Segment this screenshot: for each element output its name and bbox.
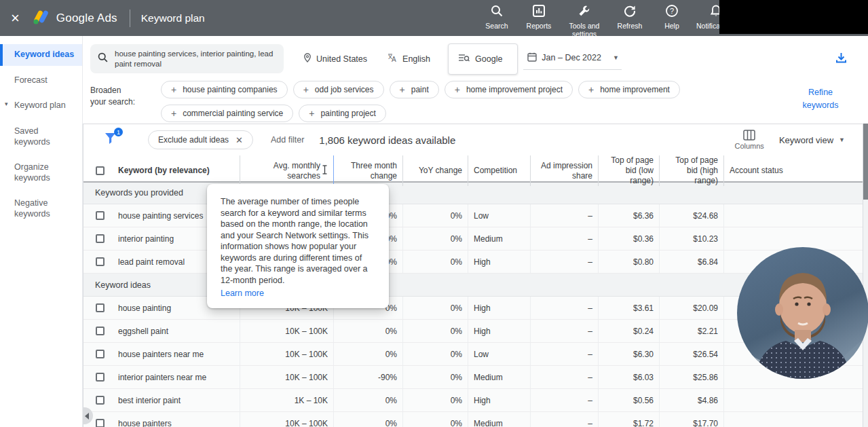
refresh-button[interactable]: Refresh (612, 4, 647, 38)
competition-cell: Medium (468, 227, 530, 250)
columns-button[interactable]: Columns (734, 130, 763, 150)
row-checkbox[interactable] (96, 419, 105, 427)
yoy-change-cell: 0% (402, 204, 468, 227)
table-row[interactable]: interior painters near me 10K – 100K -90… (83, 366, 863, 389)
bid-low-cell: $0.56 (598, 389, 659, 411)
bid-low-cell: $0.80 (598, 250, 659, 273)
row-checkbox[interactable] (96, 234, 105, 243)
broaden-chip[interactable]: + paint (390, 81, 439, 98)
date-range-selector[interactable]: Jan – Dec 2022 ▼ (523, 48, 621, 70)
ad-impression-share-cell: – (530, 343, 598, 365)
topbar-divider (130, 10, 130, 27)
competition-cell: Medium (468, 366, 530, 388)
header-keyword[interactable]: Keyword (by relevance) (83, 155, 240, 186)
network-selector[interactable]: Google (448, 43, 518, 75)
bid-high-cell: $2.21 (659, 320, 723, 342)
broaden-chip[interactable]: + home improvement project (445, 81, 573, 98)
table-row[interactable]: house painters 10K – 100K 0% 0% Medium –… (83, 412, 863, 427)
header-top-of-page-bid-high[interactable]: Top of page bid (high range) (659, 155, 723, 186)
search-network-icon (458, 53, 470, 64)
tooltip-text: The average number of times people searc… (221, 196, 375, 286)
sidebar-item-saved-keywords[interactable]: Saved keywords (0, 121, 82, 153)
keywords-search-input[interactable]: house painting services, interior painti… (90, 44, 284, 73)
table-row[interactable]: lead paint removal 0% 0% High – $0.80 $6… (83, 250, 863, 274)
header-ad-impression-share[interactable]: Ad impression share (530, 155, 598, 186)
reports-button[interactable]: Reports (521, 4, 556, 38)
sidebar-item-organize-keywords[interactable]: Organize keywords (0, 157, 82, 189)
keyword-cell: best interior paint (83, 389, 240, 411)
refine-keywords-link[interactable]: Refine keywords (799, 86, 842, 122)
plus-icon: + (171, 109, 176, 118)
row-checkbox[interactable] (96, 303, 105, 312)
tools-and-settings-button[interactable]: Tools and settings (563, 4, 605, 38)
broaden-chip[interactable]: + odd job services (293, 81, 384, 98)
keyword-view-selector[interactable]: Keyword view ▼ (779, 135, 845, 145)
close-icon[interactable]: ✕ (235, 136, 243, 145)
bid-high-cell: $6.84 (659, 250, 723, 273)
close-icon[interactable]: × (11, 11, 20, 26)
header-avg-monthly-searches[interactable]: Avg. monthly searches (240, 155, 333, 186)
table-row[interactable]: house painting services 0% 0% Low – $6.3… (83, 204, 863, 227)
bid-low-cell: $0.36 (598, 227, 659, 250)
yoy-change-cell: 0% (402, 412, 468, 427)
select-all-checkbox[interactable] (96, 166, 105, 175)
search-button[interactable]: Search (479, 4, 514, 38)
learn-more-link[interactable]: Learn more (221, 289, 264, 298)
table-row[interactable]: interior painting 0% 0% Medium – $0.36 $… (83, 227, 863, 250)
ad-impression-share-cell: – (530, 227, 598, 250)
download-button[interactable] (835, 52, 848, 67)
yoy-change-cell: 0% (402, 250, 468, 273)
header-three-month-change[interactable]: Three month change (333, 155, 402, 186)
keyword-ideas-count: 1,806 keyword ideas available (319, 134, 455, 146)
table-row[interactable]: best interior paint 1K – 10K 0% 0% High … (83, 389, 863, 412)
plus-icon: + (309, 109, 314, 118)
row-checkbox[interactable] (96, 327, 105, 335)
broaden-chip[interactable]: + house painting companies (161, 81, 288, 98)
keyword-cell: eggshell paint (83, 320, 240, 342)
broaden-chip[interactable]: + home improvement (578, 81, 680, 98)
competition-cell: High (468, 389, 530, 411)
avg-monthly-searches-cell: 10K – 100K (240, 412, 333, 427)
three-month-change-cell: 0% (333, 343, 402, 365)
text-cursor-icon (322, 165, 328, 177)
header-competition[interactable]: Competition (468, 155, 530, 186)
exclude-adult-ideas-chip[interactable]: Exclude adult ideas ✕ (148, 130, 253, 149)
vertical-scrollbar-thumb[interactable] (863, 124, 868, 200)
sidebar-item-keyword-ideas[interactable]: Keyword ideas (0, 44, 82, 66)
ad-impression-share-cell: – (530, 320, 598, 342)
filter-funnel-button[interactable]: 1 (104, 132, 118, 148)
broaden-chip[interactable]: + painting project (299, 105, 386, 122)
competition-cell: Low (468, 204, 530, 227)
row-checkbox[interactable] (96, 257, 105, 266)
ad-impression-share-cell: – (530, 412, 598, 427)
calendar-icon (527, 52, 537, 64)
svg-text:?: ? (670, 7, 674, 15)
row-checkbox[interactable] (96, 373, 105, 382)
help-button[interactable]: ? Help (654, 4, 690, 38)
row-checkbox[interactable] (96, 350, 105, 358)
add-filter-button[interactable]: Add filter (271, 135, 304, 145)
broaden-chip[interactable]: + commercial painting service (161, 105, 293, 122)
row-checkbox[interactable] (96, 396, 105, 405)
vertical-scrollbar[interactable] (863, 124, 868, 427)
sidebar-nav: Keyword ideas Forecast ▾ Keyword plan Sa… (0, 36, 83, 427)
header-top-of-page-bid-low[interactable]: Top of page bid (low range) (598, 155, 659, 186)
keyword-ideas-table-card: 1 Exclude adult ideas ✕ Add filter 1,806… (83, 124, 863, 427)
broaden-chips: + house painting companies + odd job ser… (161, 81, 758, 122)
header-yoy-change[interactable]: YoY change (402, 155, 468, 186)
funnel-icon (104, 136, 118, 147)
language-selector[interactable]: XA English (388, 53, 430, 64)
competition-cell: Medium (468, 412, 530, 427)
screen-recording-cover (719, 0, 868, 34)
sidebar-item-forecast[interactable]: Forecast (0, 70, 82, 92)
yoy-change-cell: 0% (402, 227, 468, 250)
sidebar-item-negative-keywords[interactable]: Negative keywords (0, 193, 82, 225)
location-selector[interactable]: United States (303, 53, 367, 64)
sidebar-item-keyword-plan[interactable]: ▾ Keyword plan (0, 95, 82, 117)
search-icon (97, 52, 115, 66)
wrench-icon (578, 4, 591, 22)
avg-monthly-searches-cell: 10K – 100K (240, 343, 333, 365)
account-status-cell (723, 412, 863, 427)
header-account-status[interactable]: Account status (723, 155, 863, 186)
row-checkbox[interactable] (96, 211, 105, 220)
